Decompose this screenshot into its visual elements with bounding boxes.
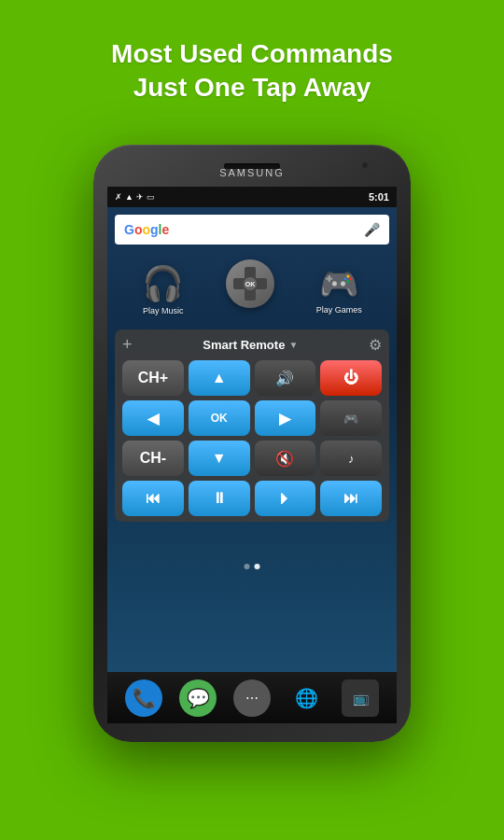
remote-app-icon[interactable]: 📺 — [342, 679, 379, 717]
smart-remote-widget: + Smart Remote ▼ ⚙ CH+ ▲ 🔊 ⏻ ◀ OK — [115, 329, 389, 522]
skip-forward-button[interactable]: ⏭ — [320, 481, 382, 516]
status-time: 5:01 — [369, 191, 389, 203]
dpad-label — [249, 311, 252, 320]
down-button[interactable]: ▼ — [189, 441, 250, 476]
app-icons-row: 🎧 Play Music OK — [107, 252, 397, 328]
bluetooth-icon: ✗ — [115, 192, 122, 202]
volume-up-button[interactable]: 🔊 — [255, 360, 316, 396]
speaker-grille — [224, 163, 280, 169]
remote-mini-icon: 📺 — [353, 691, 369, 706]
games-button[interactable]: 🎮 — [320, 400, 382, 436]
phone-app-icon[interactable]: 📞 — [125, 679, 162, 717]
play-music-label: Play Music — [143, 306, 184, 315]
skip-back-button[interactable]: ⏮ — [122, 481, 184, 516]
phone-outer: SAMSUNG ✗ ▲ ✈ ▭ 5:01 Google 🎤 — [93, 145, 411, 742]
left-button[interactable]: ◀ — [122, 400, 184, 436]
front-camera — [361, 161, 369, 169]
phone-top-bar: SAMSUNG — [107, 159, 397, 187]
hangouts-icon: 💬 — [187, 687, 210, 709]
chrome-icon: 🌐 — [295, 687, 318, 709]
hangouts-app-icon[interactable]: 💬 — [179, 679, 217, 717]
google-logo: Google — [124, 222, 169, 237]
play-music-app[interactable]: 🎧 Play Music — [142, 264, 184, 315]
headline: Most Used Commands Just One Tap Away — [0, 0, 504, 105]
dropdown-arrow-icon[interactable]: ▼ — [288, 340, 298, 350]
remote-icon: OK — [226, 259, 274, 308]
google-search-bar[interactable]: Google 🎤 — [115, 215, 389, 245]
ch-minus-button[interactable]: CH- — [122, 441, 184, 476]
phone-screen: ✗ ▲ ✈ ▭ 5:01 Google 🎤 🎧 Play Mus — [107, 187, 397, 672]
headline-line1: Most Used Commands — [111, 39, 393, 68]
phone-bottom-bar: 📞 💬 ⋯ 🌐 📺 — [107, 672, 397, 723]
smart-remote-label: Smart Remote — [203, 338, 285, 352]
gamepad-icon: 🎮 — [319, 265, 358, 302]
play-games-label: Play Games — [316, 305, 362, 315]
power-button[interactable]: ⏻ — [320, 360, 382, 396]
right-button[interactable]: ▶ — [255, 400, 316, 436]
headline-line2: Just One Tap Away — [133, 73, 371, 102]
mute-button[interactable]: 🔇 — [255, 441, 316, 476]
music-button[interactable]: ♪ — [320, 441, 382, 476]
remote-button-grid: CH+ ▲ 🔊 ⏻ ◀ OK ▶ 🎮 CH- ▼ 🔇 ♪ ⏮ — [122, 360, 382, 516]
mic-icon[interactable]: 🎤 — [364, 222, 380, 237]
smart-remote-header: + Smart Remote ▼ ⚙ — [122, 335, 382, 355]
dot-1 — [245, 564, 250, 569]
wifi-icon: ▲ — [125, 192, 133, 202]
dpad-remote-app[interactable]: OK — [226, 259, 274, 320]
bottom-nav-icons: 📞 💬 ⋯ 🌐 📺 — [117, 679, 387, 717]
ch-plus-button[interactable]: CH+ — [122, 360, 184, 396]
status-icons-left: ✗ ▲ ✈ ▭ — [115, 192, 155, 202]
play-button[interactable]: ⏵ — [255, 481, 316, 516]
status-bar: ✗ ▲ ✈ ▭ 5:01 — [107, 187, 397, 207]
ok-button[interactable]: OK — [189, 400, 250, 436]
dpad-icon: OK — [233, 267, 267, 301]
play-games-app[interactable]: 🎮 Play Games — [316, 265, 362, 315]
battery-icon: ▭ — [147, 192, 155, 202]
pause-button[interactable]: ⏸ — [189, 481, 250, 516]
dot-2 — [255, 564, 260, 569]
up-button[interactable]: ▲ — [189, 360, 250, 396]
ok-label: OK — [245, 281, 256, 287]
settings-icon[interactable]: ⚙ — [369, 336, 382, 354]
page-dots — [245, 564, 260, 569]
phone-container: SAMSUNG ✗ ▲ ✈ ▭ 5:01 Google 🎤 — [93, 145, 411, 742]
grid-icon: ⋯ — [245, 691, 259, 706]
add-button[interactable]: + — [122, 335, 133, 355]
airplane-icon: ✈ — [136, 192, 144, 202]
headphones-icon: 🎧 — [142, 264, 184, 303]
smart-remote-title: Smart Remote ▼ — [203, 338, 298, 352]
chrome-app-icon[interactable]: 🌐 — [287, 679, 325, 717]
phone-icon: 📞 — [133, 687, 156, 709]
apps-drawer-icon[interactable]: ⋯ — [233, 679, 271, 717]
